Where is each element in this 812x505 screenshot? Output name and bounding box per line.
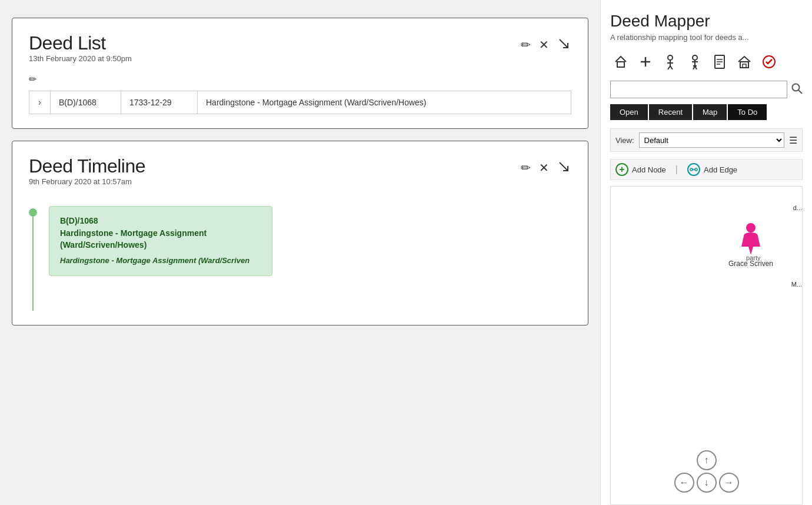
deed-mapper-panel: Deed Mapper A relationship mapping tool …	[600, 0, 812, 505]
table-row[interactable]: › B(D)/1068 1733-12-29 Hardingstone - Mo…	[29, 91, 571, 114]
deed-list-subtitle: 13th February 2020 at 9:50pm	[29, 54, 132, 63]
view-row: View: Default ☰	[610, 128, 803, 152]
nav-open-button[interactable]: Open	[610, 104, 648, 120]
table-id-cell: B(D)/1068	[51, 91, 121, 114]
partial-node-top: d...	[793, 204, 802, 211]
nav-buttons-row: Open Recent Map To Do	[610, 104, 803, 120]
view-menu-button[interactable]: ☰	[789, 135, 797, 146]
house-icon-btn[interactable]	[734, 51, 755, 72]
deed-list-close-button[interactable]: ✕	[538, 38, 550, 52]
svg-point-10	[693, 55, 697, 60]
timeline-item-card[interactable]: B(D)/1068 Hardingstone - Mortgage Assign…	[49, 206, 272, 276]
deed-mapper-title: Deed Mapper	[610, 12, 803, 31]
svg-rect-20	[740, 62, 748, 68]
deed-mapper-subtitle: A relationship mapping tool for deeds a.…	[610, 33, 803, 42]
male-person-icon-btn[interactable]	[660, 51, 681, 72]
svg-line-24	[798, 90, 802, 94]
search-row	[610, 81, 803, 98]
actions-divider: |	[675, 164, 678, 175]
add-icon-btn[interactable]	[635, 51, 656, 72]
deed-timeline-subtitle: 9th February 2020 at 10:57am	[29, 177, 145, 186]
add-edge-label: Add Edge	[704, 165, 737, 174]
document-icon-btn[interactable]	[709, 51, 730, 72]
nav-horizontal-arrows: ← ↓ →	[674, 473, 739, 493]
deed-timeline-settings-button[interactable]	[556, 159, 571, 176]
deed-list-title-block: Deed List 13th February 2020 at 9:50pm	[29, 32, 132, 71]
left-panel: Deed List 13th February 2020 at 9:50pm ✏…	[0, 0, 600, 505]
partial-node-bottom: M...	[791, 281, 802, 288]
deed-table: › B(D)/1068 1733-12-29 Hardingstone - Mo…	[29, 91, 571, 114]
svg-point-25	[690, 168, 693, 171]
deed-timeline-actions: ✏ ✕	[520, 159, 571, 176]
home-icon-btn[interactable]	[610, 51, 631, 72]
nav-todo-button[interactable]: To Do	[728, 104, 767, 120]
table-date-cell: 1733-12-29	[121, 91, 198, 114]
add-node-label: Add Node	[632, 165, 666, 174]
deed-list-settings-button[interactable]	[556, 36, 571, 53]
deed-timeline-card: Deed Timeline 9th February 2020 at 10:57…	[12, 141, 588, 325]
nav-left-arrow[interactable]: ←	[674, 473, 694, 493]
female-person-icon-btn[interactable]	[684, 51, 705, 72]
nav-recent-button[interactable]: Recent	[649, 104, 692, 120]
svg-point-26	[695, 168, 697, 171]
party-edge-label: party	[746, 254, 760, 261]
timeline-vertical-line	[32, 217, 34, 311]
deed-timeline-title-block: Deed Timeline 9th February 2020 at 10:57…	[29, 155, 145, 194]
deed-timeline-header: Deed Timeline 9th February 2020 at 10:57…	[29, 155, 571, 194]
add-edge-button[interactable]: Add Edge	[687, 163, 737, 176]
check-circle-icon-btn[interactable]	[758, 51, 780, 72]
deed-list-header: Deed List 13th February 2020 at 9:50pm ✏…	[29, 32, 571, 71]
timeline-item-italic: Hardingstone - Mortgage Assignment (Ward…	[60, 255, 261, 266]
deed-list-card: Deed List 13th February 2020 at 9:50pm ✏…	[12, 18, 588, 129]
add-node-icon: +	[615, 163, 628, 176]
timeline-area: B(D)/1068 Hardingstone - Mortgage Assign…	[29, 206, 571, 311]
deed-list-inline-edit[interactable]: ✏	[29, 74, 36, 85]
deed-list-title: Deed List	[29, 32, 132, 54]
table-expand-cell[interactable]: ›	[29, 91, 51, 114]
svg-point-23	[793, 84, 800, 91]
nav-up-arrow[interactable]: ↑	[697, 450, 717, 470]
deed-list-actions: ✏ ✕	[520, 36, 571, 53]
view-label: View:	[615, 136, 634, 145]
svg-rect-2	[617, 62, 624, 67]
search-input[interactable]	[610, 81, 787, 98]
nav-map-button[interactable]: Map	[693, 104, 727, 120]
add-edge-icon	[687, 163, 700, 176]
search-button[interactable]	[791, 82, 803, 97]
svg-line-1	[560, 162, 568, 171]
svg-point-5	[668, 55, 673, 60]
add-node-button[interactable]: + Add Node	[615, 163, 666, 176]
table-description-cell: Hardingstone - Mortgage Assignment (Ward…	[198, 91, 571, 114]
deed-list-edit-button[interactable]: ✏	[520, 38, 532, 52]
timeline-line	[29, 206, 37, 311]
grace-scriven-icon	[739, 222, 763, 258]
graph-canvas[interactable]: Grace Scriven party d... M... ↑ ← ↓ →	[610, 186, 803, 505]
svg-line-9	[670, 66, 673, 69]
svg-point-28	[746, 223, 756, 232]
graph-actions-row: + Add Node | Add Edge	[610, 159, 803, 180]
view-select[interactable]: Default	[639, 132, 784, 148]
timeline-item-title: Hardingstone - Mortgage Assignment (Ward…	[60, 228, 261, 251]
deed-timeline-edit-button[interactable]: ✏	[520, 161, 532, 175]
timeline-item-id: B(D)/1068	[60, 216, 261, 225]
nav-down-arrow[interactable]: ↓	[697, 473, 717, 493]
toolbar-icons-row	[610, 51, 803, 72]
timeline-dot	[29, 208, 37, 217]
nav-right-arrow[interactable]: →	[719, 473, 739, 493]
nav-arrows-group: ↑ ← ↓ →	[674, 450, 739, 493]
deed-timeline-title: Deed Timeline	[29, 155, 145, 177]
deed-timeline-close-button[interactable]: ✕	[538, 161, 550, 175]
svg-line-0	[560, 39, 568, 48]
